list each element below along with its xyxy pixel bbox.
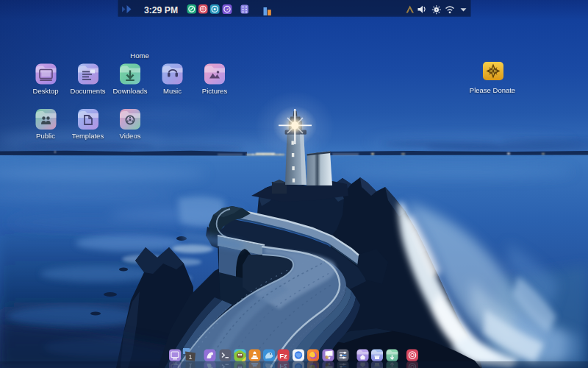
- svg-text:1: 1: [188, 353, 192, 361]
- svg-text:Fz: Fz: [279, 352, 287, 360]
